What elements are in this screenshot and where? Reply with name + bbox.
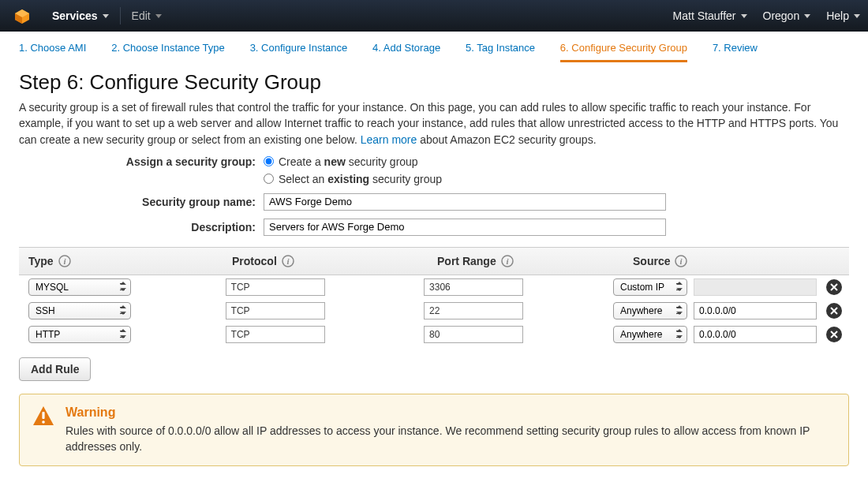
- security-group-desc-input[interactable]: [264, 219, 666, 236]
- source-value-input[interactable]: [694, 326, 817, 343]
- updown-icon: [120, 281, 126, 292]
- source-mode-select[interactable]: Custom IP: [613, 278, 687, 296]
- svg-text:i: i: [506, 256, 509, 266]
- svg-point-9: [42, 420, 45, 424]
- close-icon: [830, 305, 838, 317]
- add-rule-button[interactable]: Add Rule: [19, 357, 91, 381]
- info-icon[interactable]: i: [282, 255, 294, 267]
- warning-box: Warning Rules with source of 0.0.0.0/0 a…: [19, 394, 849, 467]
- warning-message: Rules with source of 0.0.0.0/0 allow all…: [65, 423, 836, 455]
- top-nav: Services Edit Matt Stauffer Oregon Help: [0, 0, 868, 32]
- svg-rect-8: [42, 412, 44, 419]
- updown-icon: [676, 328, 683, 339]
- table-row: MYSQL Custom IP: [19, 275, 849, 299]
- type-select[interactable]: MYSQL: [28, 278, 131, 296]
- security-group-name-row: Security group name:: [19, 193, 849, 211]
- svg-text:i: i: [680, 256, 683, 266]
- security-group-name-input[interactable]: [264, 193, 666, 211]
- table-row: HTTP Anywhere: [19, 323, 849, 346]
- type-select[interactable]: SSH: [28, 302, 131, 319]
- col-protocol: Protocoli: [223, 255, 428, 267]
- source-mode-select[interactable]: Anywhere: [613, 302, 687, 319]
- edit-label: Edit: [132, 9, 151, 22]
- col-type: Typei: [19, 255, 223, 267]
- tab-configure-security-group[interactable]: 6. Configure Security Group: [560, 42, 687, 62]
- page-content: Step 6: Configure Security Group A secur…: [0, 62, 868, 482]
- delete-rule-button[interactable]: [826, 279, 842, 295]
- info-icon[interactable]: i: [501, 255, 514, 267]
- caret-down-icon: [854, 14, 860, 18]
- table-header: Typei Protocoli Port Rangei Sourcei: [19, 247, 849, 275]
- caret-down-icon: [155, 14, 162, 18]
- tab-configure-instance[interactable]: 3. Configure Instance: [250, 42, 348, 60]
- desc-text-2: about Amazon EC2 security groups.: [417, 133, 596, 146]
- page-title: Step 6: Configure Security Group: [19, 70, 849, 95]
- services-label: Services: [52, 9, 98, 22]
- close-icon: [830, 281, 838, 293]
- radio-select-existing-label: Select an existing security group: [279, 173, 442, 185]
- radio-select-existing[interactable]: Select an existing security group: [264, 173, 849, 185]
- port-field: [424, 302, 523, 319]
- warning-body: Warning Rules with source of 0.0.0.0/0 a…: [65, 405, 836, 455]
- updown-icon: [676, 305, 683, 316]
- add-rule-wrap: Add Rule: [19, 357, 849, 381]
- port-field: [424, 278, 523, 296]
- radio-create-new-label: Create a new security group: [279, 155, 418, 168]
- wizard-tabs: 1. Choose AMI 2. Choose Instance Type 3.…: [0, 32, 868, 62]
- close-icon: [830, 328, 838, 341]
- info-icon[interactable]: i: [675, 255, 687, 267]
- assign-security-group-row: Assign a security group: Create a new se…: [19, 155, 849, 168]
- caret-down-icon: [741, 14, 747, 18]
- rules-table: Typei Protocoli Port Rangei Sourcei MYSQ…: [19, 247, 849, 346]
- updown-icon: [120, 305, 126, 316]
- protocol-field: [226, 326, 325, 343]
- info-icon[interactable]: i: [58, 255, 71, 267]
- radio-select-existing-input[interactable]: [264, 174, 274, 184]
- edit-menu[interactable]: Edit: [124, 0, 170, 32]
- source-value-input[interactable]: [694, 302, 817, 319]
- protocol-field: [226, 278, 325, 296]
- col-port-range: Port Rangei: [428, 255, 623, 267]
- nav-separator: [120, 7, 121, 24]
- security-group-desc-row: Description:: [19, 219, 849, 236]
- user-label: Matt Stauffer: [673, 9, 736, 22]
- source-mode-select[interactable]: Anywhere: [613, 326, 687, 343]
- help-menu[interactable]: Help: [818, 0, 868, 32]
- warning-icon: [32, 405, 54, 455]
- services-menu[interactable]: Services: [44, 0, 117, 32]
- caret-down-icon: [103, 14, 109, 18]
- svg-text:i: i: [286, 256, 290, 266]
- table-row: SSH Anywhere: [19, 299, 849, 323]
- radio-create-new[interactable]: Create a new security group: [264, 155, 849, 168]
- desc-label: Description:: [19, 221, 264, 234]
- learn-more-link[interactable]: Learn more: [361, 133, 417, 146]
- help-label: Help: [826, 9, 849, 22]
- radio-create-new-input[interactable]: [264, 156, 274, 166]
- delete-rule-button[interactable]: [826, 327, 842, 342]
- tab-choose-ami[interactable]: 1. Choose AMI: [19, 42, 86, 60]
- port-field: [424, 326, 523, 343]
- col-source: Sourcei: [623, 255, 816, 267]
- region-menu[interactable]: Oregon: [755, 0, 819, 32]
- type-select[interactable]: HTTP: [28, 326, 131, 343]
- user-menu[interactable]: Matt Stauffer: [665, 0, 755, 32]
- tab-tag-instance[interactable]: 5. Tag Instance: [466, 42, 535, 60]
- protocol-field: [226, 302, 325, 319]
- region-label: Oregon: [763, 9, 800, 22]
- delete-rule-button[interactable]: [826, 303, 842, 319]
- page-description: A security group is a set of firewall ru…: [19, 99, 849, 148]
- aws-logo-icon: [11, 7, 33, 24]
- tab-choose-instance-type[interactable]: 2. Choose Instance Type: [111, 42, 225, 60]
- updown-icon: [120, 328, 126, 339]
- tab-review[interactable]: 7. Review: [713, 42, 758, 60]
- svg-text:i: i: [63, 256, 66, 266]
- updown-icon: [676, 281, 683, 292]
- assign-label: Assign a security group:: [19, 155, 264, 168]
- source-value-input[interactable]: [694, 278, 817, 296]
- tab-add-storage[interactable]: 4. Add Storage: [372, 42, 440, 60]
- caret-down-icon: [804, 14, 810, 18]
- name-label: Security group name:: [19, 196, 264, 208]
- warning-title: Warning: [65, 405, 836, 420]
